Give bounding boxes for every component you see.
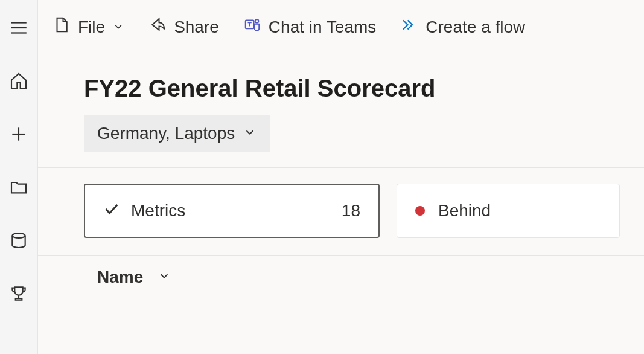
- file-label: File: [78, 18, 105, 37]
- nav-rail: [0, 0, 37, 354]
- file-menu[interactable]: File: [53, 16, 124, 38]
- teams-icon: [243, 16, 261, 38]
- toolbar: File Share Chat in Teams Create a flow: [38, 0, 644, 54]
- chat-label: Chat in Teams: [269, 18, 376, 37]
- status-dot-icon: [415, 206, 425, 216]
- svg-point-8: [255, 19, 258, 23]
- table-header-row: Name: [84, 268, 620, 287]
- create-flow-button[interactable]: Create a flow: [400, 16, 525, 38]
- flow-label: Create a flow: [426, 18, 525, 37]
- plus-icon[interactable]: [8, 123, 30, 145]
- summary-cards: Metrics 18 Behind: [84, 184, 620, 238]
- chat-teams-button[interactable]: Chat in Teams: [243, 16, 376, 38]
- chevron-down-icon: [158, 268, 171, 287]
- flow-icon: [400, 16, 418, 38]
- page-title: FY22 General Retail Scorecard: [84, 75, 620, 102]
- content-area: FY22 General Retail Scorecard Germany, L…: [38, 54, 644, 354]
- metrics-label: Metrics: [131, 201, 185, 220]
- hamburger-menu-icon[interactable]: [8, 17, 30, 39]
- metrics-value: 18: [342, 201, 360, 220]
- chevron-down-icon: [243, 124, 257, 143]
- chevron-down-icon: [112, 18, 124, 37]
- trophy-icon[interactable]: [8, 283, 30, 304]
- column-name-label: Name: [97, 268, 143, 287]
- column-header-name[interactable]: Name: [97, 268, 171, 287]
- share-label: Share: [174, 18, 219, 37]
- metrics-card[interactable]: Metrics 18: [84, 184, 380, 238]
- svg-point-5: [12, 233, 25, 238]
- file-icon: [53, 16, 71, 38]
- main-area: File Share Chat in Teams Create a flow F…: [37, 0, 644, 354]
- divider: [38, 255, 644, 256]
- divider: [38, 167, 644, 168]
- home-icon[interactable]: [8, 70, 30, 92]
- folder-icon[interactable]: [8, 176, 30, 198]
- filter-chip[interactable]: Germany, Laptops: [84, 115, 270, 152]
- share-icon: [148, 16, 167, 38]
- behind-label: Behind: [438, 201, 491, 220]
- share-button[interactable]: Share: [148, 16, 219, 38]
- checkmark-icon: [103, 201, 131, 222]
- filter-label: Germany, Laptops: [97, 124, 235, 143]
- behind-card[interactable]: Behind: [397, 184, 620, 238]
- database-icon[interactable]: [8, 230, 30, 251]
